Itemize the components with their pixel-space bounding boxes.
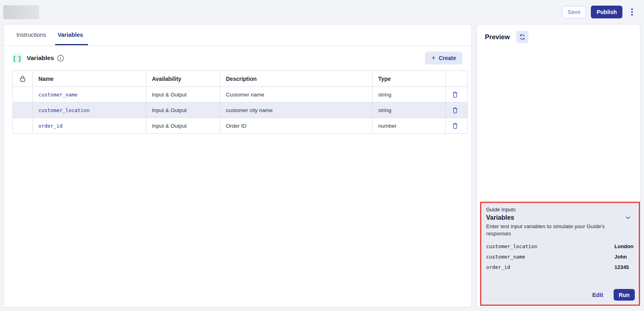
variable-availability: Input & Output [146, 118, 220, 134]
preview-header: Preview [477, 24, 640, 50]
variables-section-title: Variables [27, 54, 54, 62]
variable-type: string [373, 87, 446, 102]
variables-table: Name Availability Description Type custo… [12, 70, 468, 134]
guide-input-name: customer_name [486, 254, 525, 260]
guide-inputs-list: customer_location London customer_name J… [486, 243, 634, 271]
variable-description: Customer name [220, 87, 373, 102]
create-button-label: Create [439, 55, 456, 61]
guide-inputs-title: Variables [486, 214, 514, 221]
variable-name-link[interactable]: customer_name [38, 92, 78, 98]
variables-section-header: [ ] Variables + Create [4, 46, 471, 70]
variable-description: Order ID [220, 118, 373, 134]
guide-inputs-label: Guide Inputs [486, 206, 634, 213]
info-icon[interactable] [57, 55, 64, 62]
top-bar: Save Publish [0, 0, 644, 24]
lock-icon [13, 71, 33, 87]
col-header-name: Name [33, 71, 146, 87]
variable-availability: Input & Output [146, 87, 220, 102]
editor-panel: Instructions Variables [ ] Variables + C… [3, 24, 472, 307]
plus-icon: + [431, 54, 436, 62]
table-row: order_id Input & Output Order ID number [13, 118, 468, 134]
more-options-icon[interactable] [627, 6, 637, 18]
create-button[interactable]: + Create [425, 52, 463, 64]
topbar-actions: Save Publish [562, 6, 637, 18]
table-row: customer_location Input & Output custome… [13, 102, 468, 118]
preview-title: Preview [485, 33, 510, 41]
guide-input-value: London [614, 243, 634, 249]
run-button[interactable]: Run [614, 289, 635, 301]
guide-input-value: John [614, 254, 627, 260]
guide-input-row: customer_name John [486, 254, 634, 260]
guide-inputs-panel: Guide Inputs Variables Enter test input … [480, 202, 640, 306]
variable-type: string [373, 102, 446, 118]
app-logo [3, 5, 39, 19]
guide-input-row: order_id 12345 [486, 264, 634, 271]
save-button[interactable]: Save [562, 6, 586, 18]
variable-name-link[interactable]: customer_location [38, 107, 90, 113]
variable-name-link[interactable]: order_id [38, 123, 62, 129]
chevron-down-icon[interactable] [624, 214, 632, 221]
preview-panel: Preview Guide Inputs Variables Enter tes… [477, 24, 640, 307]
col-header-availability: Availability [146, 71, 220, 87]
tab-bar: Instructions Variables [4, 24, 471, 46]
table-row: customer_name Input & Output Customer na… [13, 87, 468, 102]
refresh-icon[interactable] [516, 31, 528, 43]
delete-icon[interactable] [451, 91, 459, 98]
tab-instructions[interactable]: Instructions [16, 24, 47, 45]
guide-input-name: order_id [486, 264, 510, 271]
brackets-icon: [ ] [12, 53, 22, 63]
tab-variables[interactable]: Variables [57, 24, 84, 45]
col-header-type: Type [373, 71, 446, 87]
col-header-description: Description [220, 71, 373, 87]
delete-icon[interactable] [451, 122, 459, 130]
guide-input-row: customer_location London [486, 243, 634, 250]
variable-availability: Input & Output [146, 102, 220, 118]
variable-description: customer city name [220, 102, 373, 118]
col-header-actions [446, 71, 468, 87]
variable-type: number [373, 118, 446, 134]
guide-input-name: customer_location [486, 243, 537, 250]
delete-icon[interactable] [451, 106, 459, 114]
guide-input-value: 12345 [614, 264, 629, 270]
guide-inputs-description: Enter test input variables to simulate y… [486, 223, 622, 237]
table-header-row: Name Availability Description Type [13, 71, 468, 87]
publish-button[interactable]: Publish [591, 6, 622, 18]
edit-button[interactable]: Edit [592, 292, 603, 298]
